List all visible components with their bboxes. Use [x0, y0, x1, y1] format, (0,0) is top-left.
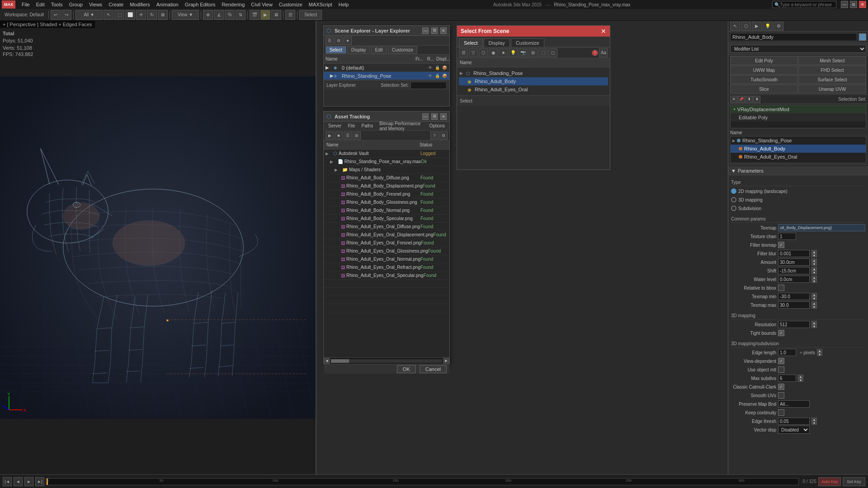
sfs-tb-btn4[interactable]: ◉: [489, 48, 498, 57]
filter-texmap-checkbox[interactable]: ✓: [778, 242, 784, 248]
res-down[interactable]: ▼: [811, 324, 817, 328]
set-key-btn[interactable]: Set Key: [843, 477, 865, 486]
sfs-tree-item-eyes[interactable]: ◉ Rhino_Adult_Eyes_Oral: [459, 85, 608, 94]
sfs-tree-item-body[interactable]: ◉ Rhino_Adult_Body: [459, 77, 608, 85]
menu-views[interactable]: Views: [86, 2, 105, 7]
filter-blur-up[interactable]: ▲: [811, 250, 817, 253]
at-row-img8[interactable]: 🖼 Rhino_Adult_Eyes_Oral_Displacement.png…: [324, 231, 449, 239]
edge-thresh-up[interactable]: ▲: [811, 418, 817, 421]
rp-tb-select[interactable]: ↖: [730, 22, 740, 31]
menu-civil[interactable]: Civil View: [248, 2, 275, 7]
filter-blur-input[interactable]: [778, 250, 810, 257]
snap-btn[interactable]: ⊕: [203, 10, 213, 20]
scene-explorer-minimize[interactable]: —: [422, 28, 429, 34]
water-level-down[interactable]: ▼: [811, 279, 817, 283]
edge-thresh-down[interactable]: ▼: [811, 421, 817, 425]
res-up[interactable]: ▲: [811, 321, 817, 324]
sfs-tb-btn1[interactable]: ☰: [459, 48, 468, 57]
sfs-tb-btn10[interactable]: ◻: [548, 48, 557, 57]
edge-length-down[interactable]: ▼: [817, 352, 822, 356]
rotate-btn[interactable]: ↻: [147, 10, 157, 20]
at-menu-paths[interactable]: Paths: [359, 123, 376, 128]
amount-input[interactable]: [778, 258, 810, 266]
auto-key-btn[interactable]: Auto Key: [818, 477, 841, 486]
select-region-btn[interactable]: ⬚: [114, 10, 124, 20]
mod-btn-slice[interactable]: Slice: [730, 84, 798, 94]
ribbon-btn[interactable]: Select: [299, 10, 322, 20]
sot-eyes[interactable]: Rhino_Adult_Eyes_Oral: [731, 153, 866, 161]
mod-stack-tb4[interactable]: ⬇: [753, 96, 760, 103]
at-menu-bitmap[interactable]: Bitmap Performance and Memory: [377, 121, 425, 131]
menu-maxscript[interactable]: MAXScript: [306, 2, 335, 7]
asset-tracking-close[interactable]: ✕: [440, 113, 447, 120]
sfs-tb-btn3[interactable]: ⬡: [479, 48, 488, 57]
at-tb-help[interactable]: ?: [430, 131, 439, 140]
scene-explorer-restore[interactable]: ⧉: [431, 28, 438, 34]
menu-create[interactable]: Create: [106, 2, 126, 7]
scene-explorer-titlebar[interactable]: ⬡ Scene Explorer - Layer Explorer — ⧉ ✕: [324, 26, 449, 36]
sot-body[interactable]: Rhino_Adult_Body: [731, 145, 866, 153]
select-window-btn[interactable]: ⬜: [125, 10, 135, 20]
at-scroll-right[interactable]: ►: [443, 358, 449, 364]
menu-file[interactable]: File: [19, 2, 33, 7]
menu-edit[interactable]: Edit: [33, 2, 47, 7]
keep-continuity-checkbox[interactable]: [778, 409, 784, 416]
se-tab-customize[interactable]: Customize: [388, 46, 417, 54]
at-row-vault[interactable]: ▶ ⬡ Autodesk Vault Logged: [324, 150, 449, 158]
at-scroll-track[interactable]: [331, 359, 442, 363]
texmap-min-up[interactable]: ▲: [811, 293, 817, 296]
sfs-tb-btn5[interactable]: ★: [499, 48, 508, 57]
smooth-uvs-checkbox[interactable]: [778, 392, 784, 399]
rp-tb-display[interactable]: 💡: [763, 22, 773, 31]
relative-bbox-checkbox[interactable]: [778, 285, 784, 291]
at-tb-btn3[interactable]: ☰: [344, 131, 352, 140]
timeline-next-frame[interactable]: ►|: [35, 477, 44, 486]
texmap-max-down[interactable]: ▼: [811, 305, 817, 309]
texmap-max-up[interactable]: ▲: [811, 301, 817, 305]
scene-row-rhino[interactable]: ▶ ◈ Rhino_Standing_Pose 👁 🔒 📦: [324, 72, 449, 80]
at-row-img4[interactable]: 🖼 Rhino_Adult_Body_Glossiness.png Found: [324, 198, 449, 206]
mod-stack-tb3[interactable]: ⬆: [745, 96, 753, 103]
search-field[interactable]: [780, 2, 834, 7]
timeline-play-back[interactable]: |◄: [3, 477, 12, 486]
ref-coord-btn[interactable]: View ▼: [172, 10, 199, 20]
timeline-play[interactable]: ►: [24, 477, 33, 486]
object-name-input[interactable]: [730, 33, 857, 41]
type-2d-radio[interactable]: [731, 188, 736, 194]
preserve-map-input[interactable]: [778, 400, 810, 408]
asset-tracking-restore[interactable]: ⧉: [431, 113, 438, 120]
at-row-img11[interactable]: 🖼 Rhino_Adult_Eyes_Oral_Normal.png Found: [324, 255, 449, 263]
sfs-tab-select[interactable]: Select: [459, 38, 483, 47]
at-row-img12[interactable]: 🖼 Rhino_Adult_Eyes_Oral_Refract.png Foun…: [324, 263, 449, 272]
shift-down[interactable]: ▼: [811, 271, 817, 274]
at-row-img10[interactable]: 🖼 Rhino_Adult_Eyes_Oral_Glossiness.png F…: [324, 247, 449, 255]
at-row-maps[interactable]: ▶ 📁 Maps / Shaders: [324, 166, 449, 174]
texmap-max-input[interactable]: [778, 301, 810, 309]
mod-btn-surface-select[interactable]: Surface Select: [798, 75, 866, 84]
menu-modifiers[interactable]: Modifiers: [127, 2, 153, 7]
percent-snap-btn[interactable]: %: [225, 10, 235, 20]
se-toolbar-btn2[interactable]: ⚙: [335, 37, 343, 45]
mod-editable-poly[interactable]: Editable Poly: [731, 113, 866, 122]
layer-manager-btn[interactable]: ☰: [285, 10, 295, 20]
scene-row-default[interactable]: ▶ ◆ 0 (default) 👁 🔒 📦: [324, 64, 449, 72]
close-button[interactable]: ✕: [859, 1, 866, 8]
rp-tb-motion[interactable]: ▶: [752, 22, 762, 31]
mod-vray-disp[interactable]: ● VRayDisplacementMod: [731, 105, 866, 113]
sfs-tb-btn2[interactable]: ▽: [469, 48, 478, 57]
timeline-track[interactable]: 0 50 100 150 200 250 300: [46, 478, 799, 485]
undo-btn[interactable]: ↩: [51, 10, 61, 20]
menu-tools[interactable]: Tools: [48, 2, 66, 7]
se-tab-select[interactable]: Select: [326, 46, 346, 54]
at-row-img6[interactable]: 🖼 Rhino_Adult_Body_Specular.png Found: [324, 215, 449, 223]
sfs-tb-case[interactable]: Aa: [599, 48, 608, 57]
edge-length-up[interactable]: ▲: [817, 349, 822, 352]
mod-btn-mesh-select[interactable]: Mesh Select: [798, 56, 866, 65]
select-filter-btn[interactable]: All ▼: [75, 10, 103, 20]
menu-animation[interactable]: Animation: [154, 2, 181, 7]
se-toolbar-btn3[interactable]: ★: [344, 37, 352, 45]
mod-stack-tb1[interactable]: ✕: [730, 96, 737, 103]
move-btn[interactable]: ✛: [136, 10, 146, 20]
menu-graph[interactable]: Graph Editors: [182, 2, 218, 7]
filter-blur-down[interactable]: ▼: [811, 253, 817, 257]
